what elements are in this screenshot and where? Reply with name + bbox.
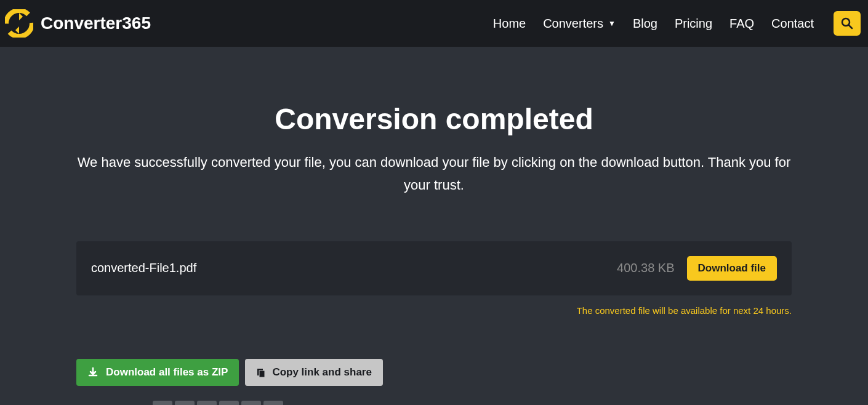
main-content: Conversion completed We have successfull…	[0, 47, 868, 405]
search-button[interactable]	[834, 11, 861, 36]
file-row: converted-File1.pdf 400.38 KB Download f…	[76, 241, 792, 295]
copy-link-button[interactable]: Copy link and share	[245, 359, 383, 386]
file-size: 400.38 KB	[617, 261, 674, 275]
logo-container[interactable]: Converter365	[5, 9, 151, 38]
nav-contact[interactable]: Contact	[771, 17, 814, 31]
logo-icon	[5, 9, 33, 38]
nav-blog[interactable]: Blog	[633, 17, 657, 31]
main-header: Converter365 Home Converters ▼ Blog Pric…	[0, 0, 868, 47]
main-nav: Home Converters ▼ Blog Pricing FAQ Conta…	[493, 11, 861, 36]
nav-pricing[interactable]: Pricing	[675, 17, 712, 31]
svg-rect-4	[259, 371, 265, 377]
share-skype-button[interactable]	[241, 401, 261, 405]
download-zip-button[interactable]: Download all files as ZIP	[76, 359, 239, 386]
share-buttons	[153, 401, 283, 405]
file-name: converted-File1.pdf	[91, 261, 196, 275]
nav-faq[interactable]: FAQ	[729, 17, 754, 31]
share-more-button[interactable]	[263, 401, 283, 405]
chevron-down-icon: ▼	[608, 19, 616, 28]
availability-text: The converted file will be available for…	[76, 305, 792, 316]
share-twitter-button[interactable]	[175, 401, 195, 405]
nav-converters[interactable]: Converters ▼	[543, 17, 616, 31]
share-linkedin-button[interactable]	[153, 401, 172, 405]
search-icon	[841, 17, 853, 30]
download-file-button[interactable]: Download file	[687, 256, 778, 281]
copy-button-label: Copy link and share	[272, 366, 372, 379]
page-title: Conversion completed	[76, 102, 792, 136]
copy-icon	[256, 367, 266, 377]
actions-row: Download all files as ZIP Copy link and …	[76, 359, 792, 386]
share-email-button[interactable]	[219, 401, 239, 405]
page-subtitle: We have successfully converted your file…	[76, 151, 792, 197]
svg-line-2	[849, 25, 852, 28]
download-icon	[87, 367, 98, 378]
logo-text: Converter365	[41, 14, 151, 33]
file-row-right: 400.38 KB Download file	[617, 256, 777, 281]
share-row: Share your file	[76, 401, 792, 405]
nav-home[interactable]: Home	[493, 17, 526, 31]
nav-converters-label: Converters	[543, 17, 603, 31]
zip-button-label: Download all files as ZIP	[106, 366, 228, 379]
share-whatsapp-button[interactable]	[197, 401, 217, 405]
